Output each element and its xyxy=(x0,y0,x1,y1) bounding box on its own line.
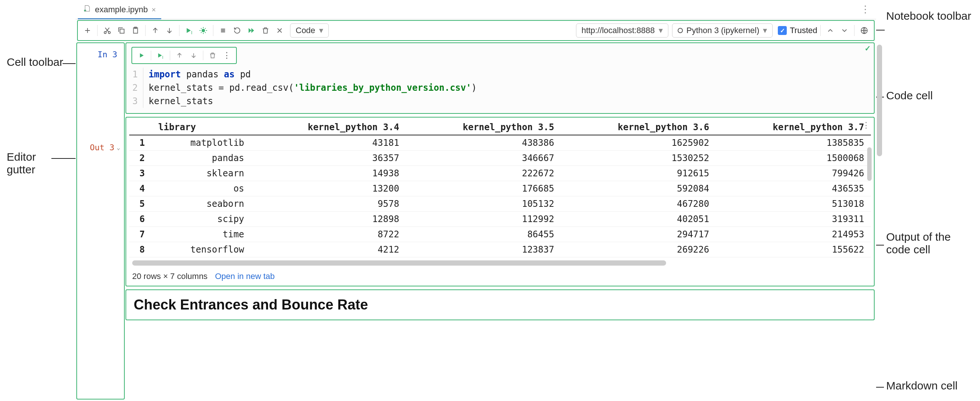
annotation-cell-toolbar: Cell toolbar xyxy=(7,56,63,68)
run-all-button[interactable] xyxy=(245,24,258,37)
col-py37: kernel_python 3.7 xyxy=(716,120,871,135)
kernel-select[interactable]: Python 3 (ipykernel) ▾ xyxy=(672,24,773,38)
server-label: http://localhost:8888 xyxy=(582,26,655,35)
scrollbar-vertical[interactable] xyxy=(867,147,872,181)
ide-window: example.ipynb × ⋮ I Code ▾ http://localh… xyxy=(76,0,876,401)
paste-button[interactable] xyxy=(129,24,142,37)
copy-button[interactable] xyxy=(115,24,128,37)
table-row[interactable]: 1matplotlib4318143838616259021385835 xyxy=(129,135,871,151)
more-icon[interactable]: ⋮ xyxy=(220,49,233,62)
code-editor[interactable]: 1import pandas as pd 2kernel_stats = pd.… xyxy=(129,67,872,112)
run-cell-button[interactable]: I xyxy=(183,24,196,37)
chevron-down-icon: ▾ xyxy=(659,26,663,35)
annotation-editor-gutter: Editor gutter xyxy=(7,151,55,176)
move-up-button[interactable] xyxy=(173,49,186,62)
move-down-button[interactable] xyxy=(187,49,200,62)
dataframe-table: library kernel_python 3.4 kernel_python … xyxy=(129,120,871,257)
editor-gutter: In 3 Out 3 ⌄ xyxy=(76,43,125,399)
col-index xyxy=(129,120,151,135)
table-row[interactable]: 6scipy12898112992402051319311 xyxy=(129,212,871,227)
globe-button[interactable] xyxy=(858,24,871,37)
kernel-status-icon xyxy=(678,28,683,33)
tab-label: example.ipynb xyxy=(95,5,148,14)
clear-button[interactable] xyxy=(273,24,286,37)
cells-column: ✓ I ⋮ 1import pandas as pd 2kernel_stats… xyxy=(126,41,876,401)
table-row[interactable]: 4os13200176685592084436535 xyxy=(129,181,871,197)
delete-button[interactable] xyxy=(259,24,272,37)
scrollbar-vertical[interactable] xyxy=(877,44,882,156)
restart-button[interactable] xyxy=(231,24,244,37)
table-row[interactable]: 2pandas3635734666715302521500068 xyxy=(129,151,871,166)
col-py36: kernel_python 3.6 xyxy=(561,120,716,135)
table-row[interactable]: 7time872286455294717214953 xyxy=(129,227,871,242)
cut-button[interactable] xyxy=(100,24,114,37)
col-py35: kernel_python 3.5 xyxy=(406,120,561,135)
collapse-up-button[interactable] xyxy=(824,24,837,37)
checkmark-icon: ✓ xyxy=(865,44,871,53)
in-prompt: In 3 xyxy=(97,50,117,59)
trusted-label: Trusted xyxy=(790,26,817,35)
cell-output: ⋮ library kernel_python 3.4 kernel_pytho… xyxy=(126,117,875,287)
markdown-heading: Check Entrances and Bounce Rate xyxy=(134,297,368,312)
scrollbar-horizontal[interactable] xyxy=(132,260,666,266)
svg-rect-3 xyxy=(120,29,124,33)
markdown-cell[interactable]: Check Entrances and Bounce Rate xyxy=(126,289,875,320)
table-row[interactable]: 8tensorflow4212123837269226155622 xyxy=(129,242,871,257)
move-down-button[interactable] xyxy=(163,24,176,37)
move-up-button[interactable] xyxy=(149,24,162,37)
chevron-down-icon: ▾ xyxy=(763,26,767,35)
collapse-down-button[interactable] xyxy=(838,24,851,37)
svg-rect-7 xyxy=(221,29,225,33)
more-icon[interactable]: ⋮ xyxy=(862,120,870,130)
annotation-code-cell: Code cell xyxy=(886,89,933,102)
stop-button[interactable] xyxy=(216,24,230,37)
tab-example-ipynb[interactable]: example.ipynb × xyxy=(78,2,161,19)
open-in-new-tab-link[interactable]: Open in new tab xyxy=(215,271,275,281)
table-row[interactable]: 3sklearn14938222672912615799426 xyxy=(129,166,871,181)
close-icon[interactable]: × xyxy=(151,6,156,14)
trusted-toggle[interactable]: ✓ Trusted xyxy=(778,26,817,35)
annotation-markdown-cell: Markdown cell xyxy=(886,379,958,392)
cell-toolbar: I ⋮ xyxy=(131,47,237,64)
notebook-toolbar: I Code ▾ http://localhost:8888 ▾ Python … xyxy=(77,20,875,41)
tabbar-more-icon[interactable]: ⋮ xyxy=(857,4,874,15)
notebook-body: In 3 Out 3 ⌄ ✓ I ⋮ xyxy=(76,41,876,401)
table-meta: 20 rows × 7 columns Open in new tab xyxy=(129,267,871,284)
svg-point-6 xyxy=(201,29,205,32)
cell-type-select[interactable]: Code ▾ xyxy=(290,24,329,38)
run-cell-button[interactable] xyxy=(135,49,148,62)
jupyter-file-icon xyxy=(83,5,91,15)
annotation-output: Output of the code cell xyxy=(886,231,975,256)
col-library: library xyxy=(151,120,251,135)
chevron-down-icon: ▾ xyxy=(319,26,323,35)
chevron-down-icon[interactable]: ⌄ xyxy=(116,144,120,151)
add-cell-button[interactable] xyxy=(81,24,94,37)
debug-button[interactable] xyxy=(197,24,210,37)
kernel-label: Python 3 (ipykernel) xyxy=(687,26,760,35)
col-py34: kernel_python 3.4 xyxy=(251,120,406,135)
run-and-select-button[interactable]: I xyxy=(154,49,167,62)
delete-button[interactable] xyxy=(206,49,219,62)
annotation-notebook-toolbar: Notebook toolbar xyxy=(886,10,975,22)
out-prompt: Out 3 ⌄ xyxy=(90,143,120,152)
server-select[interactable]: http://localhost:8888 ▾ xyxy=(576,24,668,38)
tabbar: example.ipynb × ⋮ xyxy=(76,0,876,19)
cell-type-label: Code xyxy=(296,26,315,35)
check-icon: ✓ xyxy=(778,26,787,35)
table-row[interactable]: 5seaborn9578105132467280513018 xyxy=(129,197,871,212)
code-cell[interactable]: ✓ I ⋮ 1import pandas as pd 2kernel_stats… xyxy=(126,43,875,114)
